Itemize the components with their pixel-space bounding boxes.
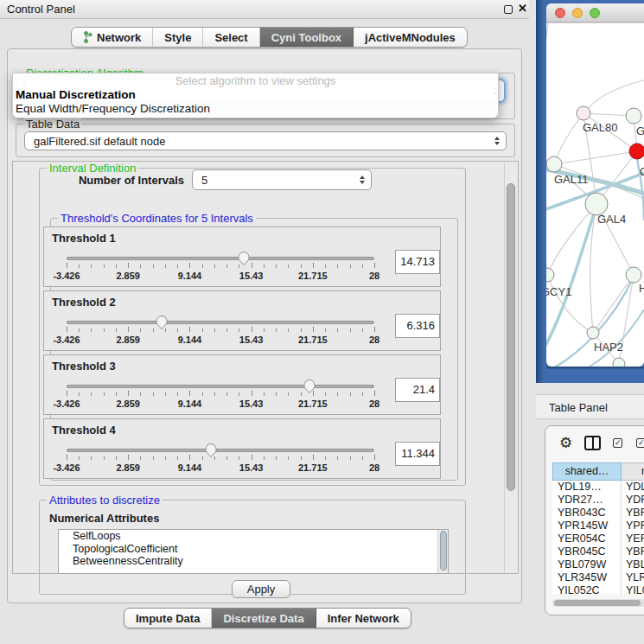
node-gal11 [546,156,562,172]
cell[interactable]: YDL1 [622,481,644,494]
tick-label: 15.43 [239,335,264,345]
tick-label: 28 [369,271,379,281]
threshold-value-field[interactable]: 14.713 [395,250,440,274]
tab-label: Infer Network [328,612,399,625]
scrollbar-thumb[interactable] [554,600,641,606]
threshold-value-field[interactable]: 6.316 [395,314,440,338]
tab-label: jActiveMNodules [365,31,456,44]
table-row[interactable]: YLR345WYLR3 [552,571,644,584]
scrollbar-thumb[interactable] [507,183,515,491]
cell[interactable]: YPR145W [552,520,622,532]
slider: -3.426 2.859 9.144 15.43 21.715 28 [67,379,374,414]
list-item[interactable]: TopologicalCoefficient [59,543,448,556]
mac-minimize-icon[interactable] [573,9,583,18]
cell[interactable]: YER054C [552,532,622,545]
cell[interactable]: YIL0 [622,584,644,594]
network-view[interactable]: GAL80 GA C GAL11 GAL4 GCY1 H HAP2 [536,0,644,383]
table-row[interactable]: YDR27…YDR2 [552,494,644,507]
cell[interactable]: YDR27… [552,494,622,507]
attributes-list: SelfLoops TopologicalCoefficient Between… [58,529,449,574]
table-row[interactable]: YBL079WYBL0 [552,558,644,571]
tab-select[interactable]: Select [203,28,259,47]
number-of-intervals-combobox[interactable]: 5 [192,169,372,190]
table-row[interactable]: YDL19…YDL1 [552,481,644,494]
checkbox-icon[interactable]: ✓ [636,438,644,448]
gear-icon[interactable]: ⚙ [559,436,572,450]
threshold-value-field[interactable]: 21.4 [395,378,440,402]
slider-thumb[interactable] [238,251,251,266]
slider-minor-ticks [67,456,375,460]
tab-network[interactable]: Network [72,28,153,47]
slider-track[interactable] [67,257,374,260]
slider-thumb[interactable] [205,443,218,458]
cell[interactable]: YDR2 [622,494,644,507]
list-item[interactable]: BetweennessCentrality [59,555,448,568]
float-window-icon[interactable] [504,5,513,14]
cell[interactable]: YER0 [622,532,644,545]
slider-thumb[interactable] [156,315,169,330]
tick-label: 2.859 [116,335,140,345]
cell[interactable]: YPR1 [622,520,644,532]
group-legend: Interval Definition [47,162,138,175]
list-item[interactable]: SelfLoops [59,530,448,543]
cell[interactable]: YBR043C [552,507,622,520]
tab-jactivemnodules[interactable]: jActiveMNodules [354,28,467,47]
slider: -3.426 2.859 9.144 15.43 21.715 28 [67,252,374,286]
node-label: HAP2 [594,341,623,354]
popup-option-manual[interactable]: Manual Discretization [13,88,498,102]
cell[interactable]: YDL19… [552,481,622,494]
cell[interactable]: YBL079W [552,558,622,571]
slider-track[interactable] [67,321,374,324]
table-row[interactable]: YPR145WYPR1 [552,520,644,532]
tick-label: 21.715 [298,271,328,281]
combo-value: galFiltered.sif default node [34,135,165,148]
cell[interactable]: YBR0 [622,545,644,558]
table-row[interactable]: YBR043CYBR0 [552,507,644,520]
tab-infer-network[interactable]: Infer Network [316,609,411,628]
cell[interactable]: YIL052C [552,584,622,594]
table-panel: ⚙ ✓ ✓ shared… na YDL19…YDL1 YDR27…YDR2 Y… [545,425,644,615]
table-row[interactable]: YER054CYER0 [552,532,644,545]
node-label: C [640,165,644,178]
table-row[interactable]: YBR045CYBR0 [552,545,644,558]
threshold-value-field[interactable]: 11.344 [395,442,440,466]
cell[interactable]: YLR345W [552,571,622,584]
table-panel-titlebar: Table Panel [536,394,644,419]
mac-zoom-icon[interactable] [590,9,600,18]
column-header-name[interactable]: na [622,462,644,481]
tab-label: Network [97,31,141,44]
cell[interactable]: YLR3 [622,571,644,584]
table-panel-title: Table Panel [549,401,608,414]
checkbox-icon[interactable]: ✓ [613,438,622,448]
apply-button[interactable]: Apply [232,580,290,598]
tick-label: 28 [369,399,379,409]
column-header-shared-name[interactable]: shared… [552,462,622,481]
cell[interactable]: YBR045C [552,545,622,558]
cell[interactable]: YBR0 [622,507,644,520]
list-scrollbar[interactable] [437,530,448,573]
slider-track[interactable] [67,385,374,388]
table-row[interactable]: YIL052CYIL0 [552,584,644,594]
scrollbar-thumb[interactable] [440,531,447,571]
mac-close-icon[interactable] [556,9,565,18]
columns-icon[interactable] [584,436,601,450]
tick-label: 2.859 [116,399,140,409]
tick-label: -3.426 [53,271,80,281]
popup-option-equal-width[interactable]: Equal Width/Frequency Discretization [13,102,498,116]
tab-impute-data[interactable]: Impute Data [124,609,212,628]
tab-discretize-data[interactable]: Discretize Data [212,609,316,628]
tab-cyni-toolbox[interactable]: Cyni Toolbox [260,28,354,47]
slider: -3.426 2.859 9.144 15.43 21.715 28 [67,316,374,350]
spinner-arrows-icon [360,175,365,184]
node-label: GCY1 [541,285,571,298]
tab-style[interactable]: Style [153,28,203,47]
cell[interactable]: YBL0 [622,558,644,571]
slider-thumb[interactable] [303,379,316,394]
table-data-combobox[interactable]: galFiltered.sif default node [24,131,507,150]
close-icon[interactable]: ✕ [518,2,527,15]
node-selected-red [629,143,644,159]
tick-label: 21.715 [298,399,328,409]
vertical-scrollbar[interactable] [504,163,517,574]
horizontal-scrollbar[interactable] [552,599,644,607]
slider-track[interactable] [67,449,374,452]
